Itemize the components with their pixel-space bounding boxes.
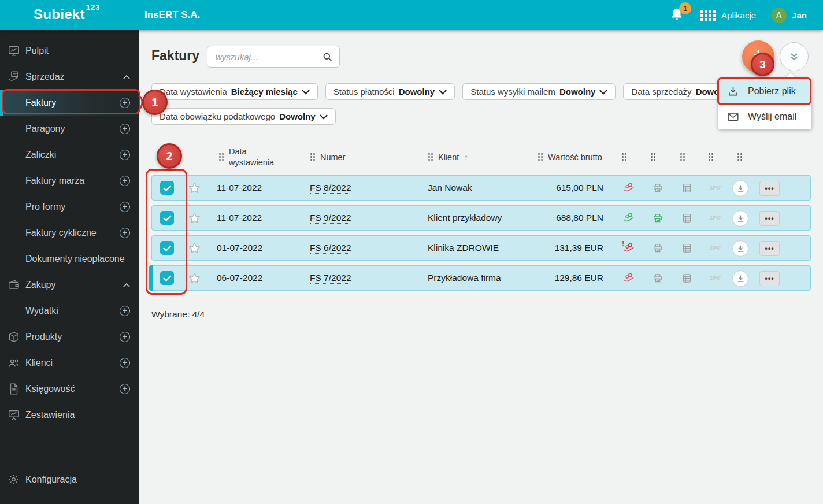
sidebar-item-zaliczki[interactable]: Zaliczki: [0, 142, 139, 168]
add-accounting-icon[interactable]: [120, 384, 130, 394]
apps-button[interactable]: Aplikacje: [700, 10, 756, 21]
row-checkbox[interactable]: [160, 211, 174, 225]
invoice-number-link[interactable]: FS 8/2022: [310, 183, 351, 194]
topbar: Subiekt123 InsERT S.A. 1 Aplikacje A Jan: [0, 0, 823, 30]
jpk-status-icon[interactable]: JPK: [706, 266, 724, 290]
drag-handle-icon[interactable]: [218, 153, 224, 161]
drag-handle-icon[interactable]: [737, 153, 743, 161]
add-product-icon[interactable]: [120, 332, 130, 342]
column-header-client[interactable]: Klient↑: [428, 142, 468, 172]
sidebar-item-wydatki[interactable]: Wydatki: [0, 298, 139, 324]
drag-handle-icon[interactable]: [537, 153, 543, 161]
invoice-row[interactable]: 11-07-2022 FS 9/2022 Klient przykładowy …: [151, 205, 811, 231]
column-header-payment[interactable]: [621, 142, 627, 172]
favorite-star-icon[interactable]: [188, 181, 201, 195]
column-header-value[interactable]: Wartość brutto: [537, 142, 602, 172]
add-invoice-icon[interactable]: [120, 98, 130, 108]
print-status-icon[interactable]: [649, 206, 666, 230]
payment-status-icon[interactable]: !: [620, 266, 637, 290]
sidebar-item-klienci[interactable]: Klienci: [0, 350, 139, 376]
drag-handle-icon[interactable]: [708, 153, 714, 161]
menu-item-wyslij-email[interactable]: Wyślij email: [718, 104, 811, 129]
print-status-icon[interactable]: [649, 266, 666, 290]
row-more-actions-button[interactable]: •••: [759, 241, 780, 256]
column-header-download[interactable]: [737, 142, 743, 172]
menu-item-pobierz-plik[interactable]: Pobierz plik: [718, 79, 811, 104]
search-input[interactable]: [216, 46, 320, 67]
row-more-actions-button[interactable]: •••: [759, 181, 780, 196]
jpk-status-icon[interactable]: JPK: [706, 176, 724, 200]
payment-status-icon[interactable]: !: [620, 206, 637, 230]
add-client-icon[interactable]: [120, 358, 130, 368]
sidebar-item-faktury-marza[interactable]: Faktury marża: [0, 168, 139, 194]
sidebar-item-dokumenty-nieoplacone[interactable]: Dokumenty nieopłacone: [0, 246, 139, 272]
drag-handle-icon[interactable]: [621, 153, 627, 161]
drag-handle-icon[interactable]: [428, 153, 433, 161]
column-header-number[interactable]: Numer: [310, 142, 346, 172]
invoice-row[interactable]: 11-07-2022 FS 8/2022 Jan Nowak 615,00 PL…: [151, 175, 811, 201]
sidebar-item-konfiguracja[interactable]: Konfiguracja: [0, 466, 139, 492]
row-more-actions-button[interactable]: •••: [759, 211, 780, 226]
invoice-row[interactable]: 01-07-2022 FS 6/2022 Klinika ZDROWIE 131…: [151, 235, 811, 261]
sidebar-item-zestawienia[interactable]: Zestawienia: [0, 402, 139, 428]
add-advance-icon[interactable]: [120, 150, 130, 160]
payment-status-icon[interactable]: !: [620, 236, 637, 260]
filter-status-platnosci[interactable]: Status płatności Dowolny: [325, 83, 455, 100]
add-recurring-invoice-icon[interactable]: [120, 228, 130, 238]
sidebar-item-paragony[interactable]: Paragony: [0, 116, 139, 142]
sidebar-item-pro-formy[interactable]: Pro formy: [0, 194, 139, 220]
avatar: A: [771, 8, 787, 23]
column-header-date[interactable]: Data wystawienia: [218, 142, 282, 172]
invoice-number-link[interactable]: FS 7/2022: [310, 273, 351, 284]
print-status-icon[interactable]: [649, 176, 666, 200]
add-invoice-fab[interactable]: [742, 40, 774, 73]
favorite-star-icon[interactable]: [188, 242, 201, 255]
sidebar-item-pulpit[interactable]: Pulpit: [0, 38, 139, 64]
payment-status-icon[interactable]: !: [620, 176, 637, 200]
drag-handle-icon[interactable]: [680, 153, 685, 161]
sidebar-item-ksiegowosc[interactable]: Księgowość: [0, 376, 139, 402]
column-header-jpk[interactable]: [708, 142, 714, 172]
accounting-grid-icon[interactable]: [678, 236, 695, 260]
print-status-icon[interactable]: [649, 236, 666, 260]
add-margin-invoice-icon[interactable]: [120, 176, 130, 186]
sidebar-section-sprzedaz[interactable]: Sprzedaż: [0, 64, 139, 90]
favorite-star-icon[interactable]: [188, 272, 201, 285]
accounting-grid-icon[interactable]: [678, 176, 695, 200]
invoice-number-link[interactable]: FS 6/2022: [310, 243, 351, 254]
bulk-actions-button[interactable]: [780, 42, 809, 71]
invoice-row[interactable]: 06-07-2022 FS 7/2022 Przykładowa firma 1…: [151, 265, 811, 291]
filter-data-wystawienia[interactable]: Data wystawienia Bieżący miesiąc: [151, 83, 318, 100]
search-icon[interactable]: [322, 51, 333, 62]
jpk-status-icon[interactable]: JPK: [706, 206, 724, 230]
row-checkbox[interactable]: [160, 181, 174, 195]
filter-status-wysylki[interactable]: Status wysyłki mailem Dowolny: [462, 83, 616, 100]
download-invoice-button[interactable]: [732, 210, 748, 227]
drag-handle-icon[interactable]: [310, 153, 316, 161]
notifications-button[interactable]: 1: [669, 6, 685, 24]
row-more-actions-button[interactable]: •••: [759, 271, 780, 286]
sidebar-item-faktury[interactable]: Faktury: [0, 90, 139, 116]
row-checkbox[interactable]: [160, 271, 174, 285]
download-invoice-button[interactable]: [732, 180, 748, 197]
download-invoice-button[interactable]: [732, 270, 748, 287]
add-receipt-icon[interactable]: [120, 124, 130, 134]
row-checkbox[interactable]: [160, 241, 174, 255]
sidebar-section-zakupy[interactable]: Zakupy: [0, 272, 139, 298]
accounting-grid-icon[interactable]: [678, 266, 695, 290]
invoice-number-link[interactable]: FS 9/2022: [310, 213, 351, 224]
column-header-print[interactable]: [650, 142, 656, 172]
favorite-star-icon[interactable]: [188, 212, 201, 225]
filter-data-obowiazku[interactable]: Data obowiązku podatkowego Dowolny: [151, 108, 336, 125]
user-menu-button[interactable]: A Jan: [771, 8, 807, 23]
download-invoice-button[interactable]: [732, 240, 748, 257]
sidebar-item-produkty[interactable]: Produkty: [0, 324, 139, 350]
add-expense-icon[interactable]: [120, 306, 130, 316]
invoice-client: Jan Nowak: [428, 176, 472, 200]
add-proforma-icon[interactable]: [120, 202, 130, 212]
sidebar-item-faktury-cykliczne[interactable]: Faktury cykliczne: [0, 220, 139, 246]
drag-handle-icon[interactable]: [650, 153, 656, 161]
jpk-status-icon[interactable]: JPK: [706, 236, 724, 260]
accounting-grid-icon[interactable]: [678, 206, 695, 230]
column-header-accounting[interactable]: [680, 142, 685, 172]
